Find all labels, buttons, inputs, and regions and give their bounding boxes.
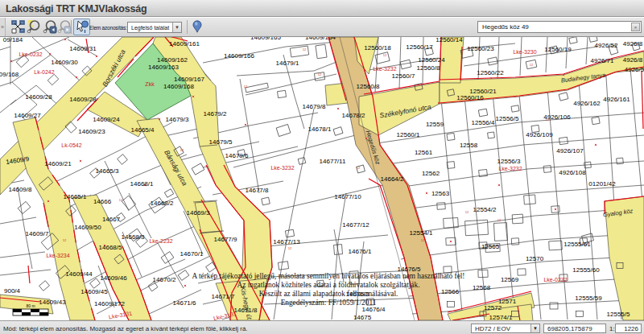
svg-text:14609/44: 14609/44 — [65, 270, 93, 278]
svg-text:14668/3: 14668/3 — [122, 233, 145, 241]
svg-text:14671/6: 14671/6 — [173, 299, 196, 307]
svg-text:12556/3: 12556/3 — [497, 158, 521, 165]
svg-text:4926/109: 4926/109 — [526, 131, 553, 138]
svg-text:01201/42: 01201/42 — [588, 180, 616, 188]
svg-text:12560/8: 12560/8 — [417, 64, 440, 72]
svg-text:14679/3: 14679/3 — [166, 116, 189, 123]
svg-text:Lke-3230: Lke-3230 — [513, 49, 536, 55]
svg-text:14679/1: 14679/1 — [276, 60, 299, 67]
svg-text:14677/12: 14677/12 — [342, 221, 369, 229]
svg-text:Lke-3234: Lke-3234 — [46, 253, 69, 258]
svg-text:14609/23: 14609/23 — [78, 128, 105, 135]
svg-text:12560/18: 12560/18 — [364, 44, 391, 52]
svg-text:14609/172: 14609/172 — [94, 300, 125, 307]
svg-text:14670/2: 14670/2 — [153, 276, 176, 283]
svg-text:12560/22: 12560/22 — [477, 69, 504, 76]
svg-text:14609/28: 14609/28 — [69, 96, 97, 103]
svg-text:12560/23: 12560/23 — [467, 45, 494, 52]
svg-text:14609/168: 14609/168 — [163, 83, 194, 90]
svg-text:14679/6: 14679/6 — [225, 152, 249, 159]
svg-text:14665/4: 14665/4 — [131, 126, 155, 134]
svg-text:12: 12 — [357, 166, 361, 170]
svg-text:14609/161: 14609/161 — [169, 40, 200, 47]
svg-text:14609/27: 14609/27 — [14, 112, 41, 119]
svg-text:14665/1: 14665/1 — [64, 193, 87, 200]
svg-text:14679/5: 14679/5 — [209, 138, 233, 146]
svg-text:14609/21: 14609/21 — [44, 160, 72, 167]
svg-text:12560/17: 12560/17 — [406, 43, 433, 51]
svg-text:14668/1: 14668/1 — [130, 180, 154, 188]
svg-text:12555/5: 12555/5 — [607, 311, 630, 318]
svg-text:14609/7: 14609/7 — [26, 230, 49, 237]
svg-text:14678/1: 14678/1 — [308, 126, 332, 133]
svg-text:12554/1: 12554/1 — [410, 229, 433, 237]
svg-text:14609/162: 14609/162 — [157, 56, 188, 64]
svg-text:12: 12 — [303, 47, 307, 52]
svg-text:12560/19: 12560/19 — [544, 46, 572, 53]
svg-text:4926/52: 4926/52 — [595, 42, 618, 49]
svg-text:14609/165: 14609/165 — [250, 37, 281, 41]
svg-text:12555/60: 12555/60 — [572, 266, 600, 274]
svg-text:A térkép tájékoztató jellegű,: A térkép tájékoztató jellegű, másolata s… — [192, 272, 465, 280]
svg-text:14667: 14667 — [102, 216, 121, 223]
svg-text:12560/16: 12560/16 — [456, 94, 484, 101]
svg-text:12: 12 — [244, 85, 248, 89]
svg-text:12556/5: 12556/5 — [496, 115, 519, 122]
svg-text:12: 12 — [383, 53, 387, 57]
svg-text:14675: 14675 — [353, 314, 372, 320]
svg-text:12568: 12568 — [473, 284, 491, 291]
svg-text:Készült az állami alapadatok f: Készült az állami alapadatok felhasználá… — [259, 290, 398, 298]
svg-text:14676/4: 14676/4 — [362, 306, 386, 313]
svg-text:Lk-0542: Lk-0542 — [61, 142, 81, 148]
svg-text:14664/2: 14664/2 — [381, 175, 404, 183]
svg-text:12555/61: 12555/61 — [564, 241, 591, 248]
svg-text:12565: 12565 — [481, 243, 500, 250]
svg-text:12566: 12566 — [441, 288, 460, 295]
svg-text:4926/5: 4926/5 — [625, 66, 644, 73]
svg-text:Lke-0232: Lke-0232 — [543, 277, 567, 282]
svg-text:12562: 12562 — [422, 170, 440, 177]
svg-text:900/4: 900/4 — [4, 287, 21, 295]
svg-text:12: 12 — [465, 210, 469, 214]
svg-text:14609/163: 14609/163 — [148, 64, 179, 71]
svg-text:14670/1: 14670/1 — [180, 250, 204, 258]
svg-text:Lke-3232: Lke-3232 — [373, 66, 396, 72]
svg-text:14666: 14666 — [93, 198, 112, 205]
svg-text:12: 12 — [497, 218, 502, 222]
svg-text:14609/167: 14609/167 — [174, 76, 204, 83]
svg-text:12: 12 — [63, 238, 67, 242]
svg-text:14677/13: 14677/13 — [273, 238, 300, 245]
svg-text:14679/2: 14679/2 — [204, 110, 227, 118]
svg-text:12556/4: 12556/4 — [472, 119, 495, 126]
svg-text:4926/8: 4926/8 — [623, 56, 643, 64]
svg-text:14679/8: 14679/8 — [303, 103, 326, 110]
svg-text:4926/71: 4926/71 — [591, 57, 614, 64]
svg-text:14609/43: 14609/43 — [39, 299, 66, 306]
svg-text:12: 12 — [119, 198, 123, 202]
svg-text:14665/3: 14665/3 — [96, 167, 119, 175]
svg-text:12560/7: 12560/7 — [392, 72, 415, 80]
svg-text:12555/59: 12555/59 — [575, 295, 602, 302]
svg-text:09/184: 09/184 — [3, 37, 23, 43]
svg-text:Lke-3232: Lke-3232 — [270, 165, 294, 171]
svg-text:14609/166: 14609/166 — [224, 52, 254, 60]
svg-text:14609/164: 14609/164 — [305, 37, 336, 41]
svg-text:14676/1: 14676/1 — [349, 248, 372, 255]
svg-text:12: 12 — [288, 246, 292, 250]
svg-text:14677/8: 14677/8 — [246, 187, 269, 194]
svg-text:12: 12 — [530, 63, 534, 67]
svg-text:Az ingatlanok közhiteles adata: Az ingatlanok közhiteles adatai a földhi… — [237, 281, 420, 289]
svg-text:14669/3: 14669/3 — [187, 209, 210, 216]
svg-text:80 m: 80 m — [26, 303, 35, 308]
svg-text:14677/11: 14677/11 — [320, 158, 346, 165]
svg-text:14668/2: 14668/2 — [151, 200, 174, 207]
svg-text:14609/28: 14609/28 — [25, 93, 52, 101]
svg-text:12561: 12561 — [415, 149, 433, 156]
svg-text:Engedélyszám: FF/1059/1/2011: Engedélyszám: FF/1059/1/2011 — [281, 299, 377, 307]
svg-text:Lke-2232: Lke-2232 — [149, 238, 172, 244]
svg-text:12574/1: 12574/1 — [489, 314, 513, 320]
svg-text:12560/24: 12560/24 — [418, 56, 445, 64]
svg-text:12: 12 — [421, 238, 425, 242]
svg-text:4926/161: 4926/161 — [603, 96, 630, 103]
svg-text:12: 12 — [318, 72, 322, 76]
